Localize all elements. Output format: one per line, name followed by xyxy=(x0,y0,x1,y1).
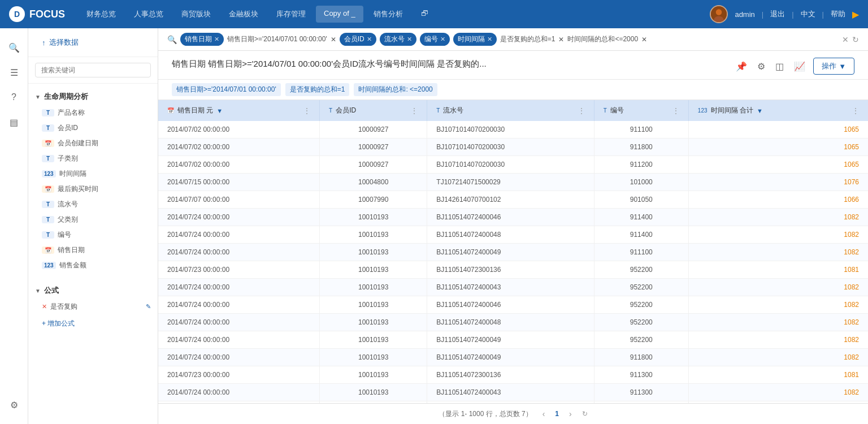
section-formula: ▼ 公式 ✕ 是否复购 ✎ + 增加公式 xyxy=(28,278,158,338)
filter-tag-close[interactable]: ✕ xyxy=(407,36,412,43)
search-icon-btn[interactable]: 🔍 xyxy=(4,37,24,58)
filter-close-repurchase[interactable]: ✕ xyxy=(558,36,564,44)
field-type-T: T xyxy=(42,109,54,116)
add-formula-btn[interactable]: + 增加公式 xyxy=(28,314,158,333)
cell-member-id: 10010193 xyxy=(320,209,427,226)
filter-close-interval[interactable]: ✕ xyxy=(641,36,647,44)
active-filter-tag-2: 时间间隔的总和: <=2000 xyxy=(354,83,437,96)
field-time-interval[interactable]: 123 时间间隔 xyxy=(28,166,158,181)
nav-item-jinrong[interactable]: 金融板块 xyxy=(221,6,266,23)
nav-item-external[interactable]: 🗗 xyxy=(413,6,436,23)
settings-icon[interactable]: ⚙ xyxy=(755,59,767,74)
field-label: 销售金额 xyxy=(59,261,86,270)
cell-interval: 1082 xyxy=(688,384,868,401)
filter-tag-close[interactable]: ✕ xyxy=(214,36,219,43)
cell-interval: 1082 xyxy=(688,296,868,314)
field-sale-date[interactable]: 📅 销售日期 xyxy=(28,243,158,258)
chart-icon[interactable]: 📈 xyxy=(792,59,808,74)
formula-x-icon[interactable]: ✕ xyxy=(42,303,47,310)
col-menu-flow[interactable]: ⋮ xyxy=(578,107,585,115)
field-product-name[interactable]: T 产品名称 xyxy=(28,105,158,120)
field-member-id[interactable]: T 会员ID xyxy=(28,120,158,136)
help-btn[interactable]: 帮助 xyxy=(831,9,845,19)
filter-tag-member-id[interactable]: 会员ID ✕ xyxy=(340,33,376,46)
field-label: 流水号 xyxy=(58,200,78,209)
formula-edit-icon[interactable]: ✎ xyxy=(146,303,151,310)
cell-member-id: 10010193 xyxy=(320,384,427,401)
nav-item-kucun[interactable]: 库存管理 xyxy=(268,6,314,23)
nav-item-renshi[interactable]: 人事总览 xyxy=(126,6,171,23)
field-type-T: T xyxy=(42,216,54,223)
search-input[interactable] xyxy=(35,63,151,77)
section-formula-header[interactable]: ▼ 公式 xyxy=(28,282,158,299)
cell-member-id: 10000927 xyxy=(320,156,427,174)
section-lifecycle-header[interactable]: ▼ 生命周期分析 xyxy=(28,88,158,105)
col-flow-no[interactable]: T 流水号 ⋮ xyxy=(427,100,594,121)
cell-member-id: 10004800 xyxy=(320,174,427,191)
col-sale-date[interactable]: 📅 销售日期 元 ▼ ⋮ xyxy=(158,100,320,121)
col-menu-interval[interactable]: ⋮ xyxy=(852,107,859,115)
col-interval[interactable]: 123 时间间隔 合计 ▼ ⋮ xyxy=(688,100,868,121)
nav-right: admin | 退出 | 中文 | 帮助 ▶ xyxy=(710,5,859,23)
nav-item-shangmao[interactable]: 商贸版块 xyxy=(173,6,219,23)
pin-icon[interactable]: 📌 xyxy=(734,59,749,74)
cell-code: 952200 xyxy=(594,296,688,314)
next-page-btn[interactable]: › xyxy=(566,408,575,419)
col-interval-label: 时间间隔 合计 xyxy=(711,106,753,115)
filter-tag-code[interactable]: 编号 ✕ xyxy=(420,33,450,46)
cell-code: 911200 xyxy=(594,156,688,174)
field-sale-amount[interactable]: 123 销售金额 xyxy=(28,258,158,273)
col-member-id[interactable]: T 会员ID ⋮ xyxy=(320,100,427,121)
filter-close-all-btn[interactable]: ✕ xyxy=(842,35,849,44)
field-parent-category[interactable]: T 父类别 xyxy=(28,212,158,227)
cell-interval: 1081 xyxy=(688,261,868,279)
nav-item-caiwu[interactable]: 财务总览 xyxy=(79,6,124,23)
cell-member-id: 10010193 xyxy=(320,226,427,244)
field-label: 会员ID xyxy=(58,123,78,133)
filter-tag-code-label: 编号 xyxy=(424,34,438,44)
filter-tag-close[interactable]: ✕ xyxy=(487,36,492,43)
field-last-purchase[interactable]: 📅 最后购买时间 xyxy=(28,181,158,197)
settings-icon-btn[interactable]: ⚙ xyxy=(4,395,24,415)
question-icon-btn[interactable]: ? xyxy=(4,87,24,107)
section-lifecycle-label: 生命周期分析 xyxy=(44,92,88,102)
col-menu-member[interactable]: ⋮ xyxy=(411,107,418,115)
sidebar: ↑ 选择数据 ▼ 生命周期分析 T 产品名称 T 会员ID 📅 会员创建日期 xyxy=(28,28,158,424)
select-data-btn[interactable]: ↑ 选择数据 xyxy=(37,35,149,50)
cell-member-id: 10000927 xyxy=(320,139,427,156)
filter-tag-close[interactable]: ✕ xyxy=(367,36,372,43)
filter-tag-sale-date[interactable]: 销售日期 ✕ xyxy=(180,33,224,46)
lang-btn[interactable]: 中文 xyxy=(801,9,815,19)
filter-tag-flow-no-label: 流水号 xyxy=(384,34,405,44)
filter-tag-flow-no[interactable]: 流水号 ✕ xyxy=(380,33,416,46)
cell-flow-no: TJ107214071500029 xyxy=(427,174,594,191)
cell-flow-no: BJ110514072400043 xyxy=(427,279,594,296)
col-type-T3: T xyxy=(604,107,607,114)
cell-date: 2014/07/24 00:00:00 xyxy=(158,279,320,296)
cell-member-id: 10010193 xyxy=(320,296,427,314)
nav-item-copyof[interactable]: Copy of _ xyxy=(316,6,363,23)
col-menu-code[interactable]: ⋮ xyxy=(672,107,679,115)
footer-refresh-btn[interactable]: ↻ xyxy=(582,410,588,418)
nav-separator3: | xyxy=(822,10,824,19)
col-menu-date[interactable]: ⋮ xyxy=(303,107,310,115)
field-sub-category[interactable]: T 子类别 xyxy=(28,151,158,166)
table-icon-btn[interactable]: ☰ xyxy=(4,62,24,83)
filter-refresh-btn[interactable]: ↻ xyxy=(852,35,859,44)
logout-btn[interactable]: 退出 xyxy=(770,9,785,19)
grid-icon[interactable]: ◫ xyxy=(773,59,786,74)
prev-page-btn[interactable]: ‹ xyxy=(539,408,549,419)
layers-icon-btn[interactable]: ▤ xyxy=(4,112,24,132)
filter-close-val[interactable]: ✕ xyxy=(331,36,336,44)
notification-icon[interactable]: ▶ xyxy=(852,9,859,20)
nav-item-xiaoshou[interactable]: 销售分析 xyxy=(366,6,411,23)
cell-date: 2014/07/24 00:00:00 xyxy=(158,384,320,401)
cell-flow-no: BJ110514072400046 xyxy=(427,296,594,314)
filter-tag-interval[interactable]: 时间间隔 ✕ xyxy=(453,33,497,46)
field-flow-no[interactable]: T 流水号 xyxy=(28,197,158,212)
col-code[interactable]: T 编号 ⋮ xyxy=(594,100,688,121)
field-code[interactable]: T 编号 xyxy=(28,227,158,243)
filter-tag-close[interactable]: ✕ xyxy=(440,36,445,43)
action-btn[interactable]: 操作 ▼ xyxy=(813,58,854,75)
field-member-create-date[interactable]: 📅 会员创建日期 xyxy=(28,136,158,151)
